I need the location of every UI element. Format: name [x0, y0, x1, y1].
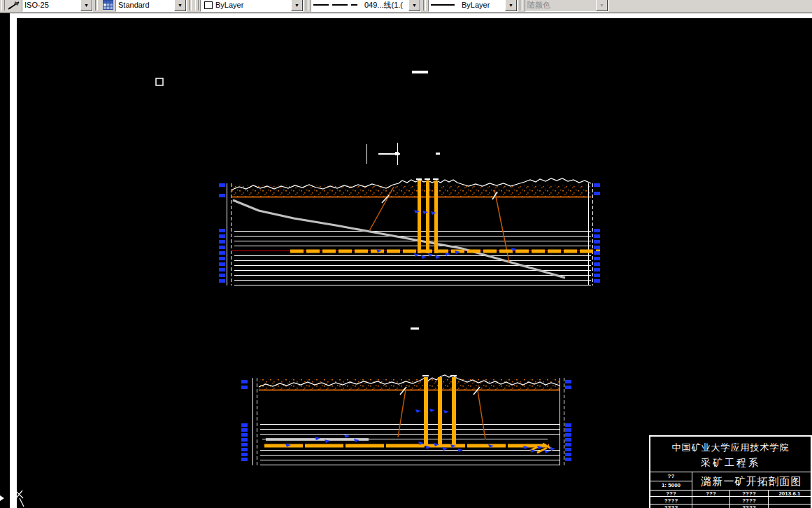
chevron-down-icon[interactable]: ▼	[174, 0, 186, 11]
upper-cross-section	[219, 178, 600, 285]
toolbar-grip[interactable]	[1, 0, 5, 10]
color-value: ByLayer	[215, 1, 291, 9]
scale-cell: ?? 1: 5000	[650, 472, 692, 490]
cell: ????	[650, 497, 692, 504]
lineweight-value: ByLayer	[462, 1, 505, 9]
color-swatch	[204, 1, 213, 9]
cell	[692, 505, 730, 508]
inclined-shaft	[233, 200, 565, 278]
cell: ????	[730, 497, 769, 504]
toolbar-separator	[189, 0, 192, 10]
styles-properties-toolbar: ISO-25 ▼ Standard ▼ ByLayer ▼	[0, 0, 812, 13]
plot-style-combo: 随颜色 ▼	[525, 0, 608, 12]
drawing-title: 潞新一矿开拓剖面图	[692, 472, 811, 490]
cell	[769, 505, 811, 508]
date-cell: 2013.6.1	[769, 491, 811, 496]
toolbar-separator	[306, 0, 308, 10]
crosshair-cursor	[367, 143, 401, 165]
linetype-preview	[313, 4, 361, 6]
drawing-content	[17, 18, 812, 508]
pickbox	[156, 78, 163, 85]
fault-line	[478, 390, 485, 439]
section-border	[253, 378, 560, 465]
surface-hatch-band	[259, 379, 560, 390]
surface-hatch-band	[232, 185, 591, 197]
department-name: 采矿工程系	[650, 454, 811, 470]
cell: ????	[730, 505, 769, 508]
chevron-down-icon: ▼	[596, 0, 608, 11]
scale-value: 1: 5000	[650, 481, 692, 490]
color-control-combo[interactable]: ByLayer ▼	[200, 0, 304, 12]
table-style-combo[interactable]: Standard ▼	[115, 0, 187, 12]
toolbar-grip[interactable]	[195, 0, 199, 10]
cell: ????	[730, 491, 769, 496]
flyout-arrow-icon[interactable]	[0, 495, 4, 501]
cell	[769, 497, 811, 504]
lineweight-preview	[431, 4, 458, 6]
toolbar-separator	[423, 0, 426, 10]
title-block-row: ???? ????	[650, 497, 811, 505]
toolbar-separator	[95, 0, 98, 10]
dim-style-combo[interactable]: ISO-25 ▼	[22, 0, 93, 12]
dim-style-value: ISO-25	[24, 1, 80, 9]
table-style-value: Standard	[118, 1, 174, 9]
cell: ???	[692, 491, 730, 496]
chevron-down-icon[interactable]: ▼	[408, 0, 420, 11]
ucs-icon	[17, 491, 24, 507]
linetype-control-combo[interactable]: 049...线(1.( ▼	[311, 0, 421, 12]
chevron-down-icon[interactable]: ▼	[505, 0, 517, 11]
cell: ???	[650, 491, 692, 496]
school-name: 中国矿业大学应用技术学院	[650, 437, 811, 454]
vertical-shafts	[416, 178, 439, 253]
chevron-down-icon[interactable]: ▼	[291, 0, 303, 11]
cell	[692, 497, 730, 504]
title-block-header: 中国矿业大学应用技术学院 采矿工程系	[650, 437, 811, 472]
chevron-down-icon[interactable]: ▼	[80, 0, 92, 11]
lineweight-control-combo[interactable]: ByLayer ▼	[428, 0, 518, 12]
left-docked-panel	[0, 13, 10, 508]
model-canvas[interactable]	[17, 18, 812, 508]
lower-cross-section	[241, 375, 571, 465]
scale-label: ??	[650, 472, 692, 481]
title-block-row: ???? ????	[650, 505, 811, 508]
plot-style-value: 随颜色	[527, 0, 596, 10]
elevation-markers	[219, 183, 600, 283]
table-style-icon[interactable]	[100, 0, 115, 11]
elevation-markers	[241, 380, 571, 461]
title-block-row: ??? ??? ???? 2013.6.1	[650, 491, 811, 497]
linetype-value: 049...线(1.(	[364, 0, 408, 10]
cell: ????	[650, 505, 692, 508]
title-block: 中国矿业大学应用技术学院 采矿工程系 ?? 1: 5000 潞新一矿开拓剖面图 …	[649, 435, 812, 508]
dim-style-icon[interactable]	[6, 0, 22, 11]
fault-line	[398, 390, 406, 437]
toolbar-separator	[520, 0, 522, 10]
section-border-ticks	[257, 378, 564, 465]
